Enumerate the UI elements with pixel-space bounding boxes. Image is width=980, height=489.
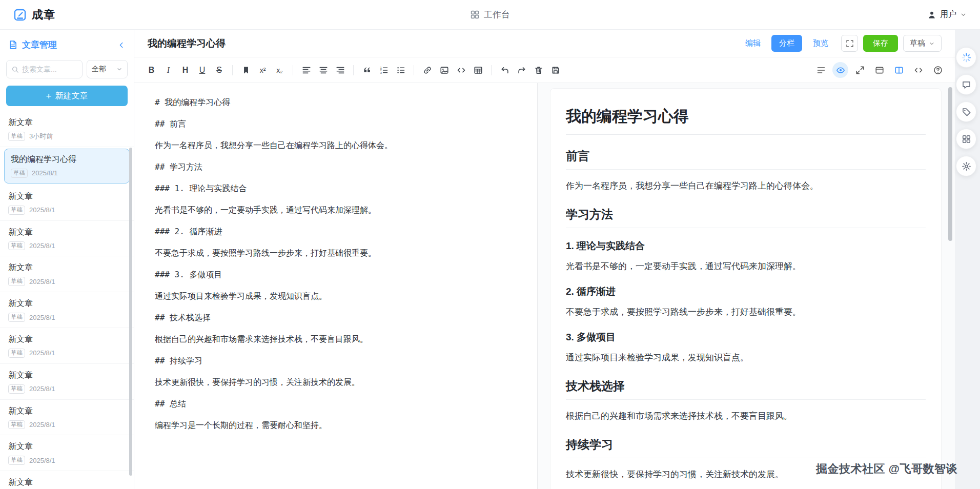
list-item[interactable]: 新文章草稿2025/8/1 [0, 292, 134, 328]
align-left-button[interactable] [298, 62, 314, 78]
heading-button[interactable]: H [177, 62, 193, 78]
gear-icon [962, 161, 971, 171]
user-menu[interactable]: 用户 [927, 9, 967, 20]
workbench-link[interactable]: 工作台 [470, 9, 510, 21]
subscript-button[interactable]: x₂ [272, 62, 288, 78]
link-button[interactable] [419, 62, 435, 78]
markdown-line[interactable]: ## 持续学习 [155, 356, 519, 365]
outline-button[interactable] [813, 62, 829, 78]
expand-arrows-button[interactable] [852, 62, 868, 78]
filter-select[interactable]: 全部 [87, 60, 128, 78]
markdown-line[interactable]: ### 2. 循序渐进 [155, 227, 519, 236]
sidebar-scrollbar[interactable] [129, 148, 132, 476]
trash-button[interactable] [530, 62, 546, 78]
status-badge: 草稿 [8, 313, 25, 322]
image-button[interactable] [436, 62, 452, 78]
unordered-list-button[interactable] [393, 62, 409, 78]
article-meta: 草稿2025/8/1 [8, 456, 126, 465]
user-icon [927, 10, 936, 19]
ordered-list-button[interactable]: 123 [376, 62, 392, 78]
document-icon [8, 40, 18, 50]
superscript-button[interactable]: x² [255, 62, 271, 78]
underline-button[interactable]: U [194, 62, 210, 78]
bookmark-button[interactable] [238, 62, 254, 78]
markdown-line[interactable]: 不要急于求成，要按照学习路线一步步来，打好基础很重要。 [155, 248, 519, 258]
markdown-line[interactable]: ## 学习方法 [155, 162, 519, 172]
save-file-button[interactable] [547, 62, 563, 78]
comment-button[interactable] [956, 74, 976, 95]
fullscreen-button[interactable] [841, 35, 858, 52]
markdown-line[interactable]: 作为一名程序员，我想分享一些自己在编程学习路上的心得体会。 [155, 140, 519, 150]
markdown-line[interactable]: 通过实际项目来检验学习成果，发现知识盲点。 [155, 291, 519, 301]
list-item[interactable]: 新文章草稿2025/8/1 [0, 221, 134, 257]
mode-edit-button[interactable]: 编辑 [738, 35, 768, 52]
tag-button[interactable] [956, 101, 976, 122]
markdown-line[interactable]: ## 前言 [155, 119, 519, 129]
align-center-button[interactable] [315, 62, 331, 78]
article-title: 新文章 [8, 227, 126, 238]
article-title: 新文章 [8, 370, 126, 381]
document-actions: 编辑分栏预览 保存 草稿 [738, 35, 942, 52]
preview-scrollbar[interactable] [948, 87, 952, 241]
save-file-icon [551, 66, 560, 75]
layout-columns-button[interactable] [891, 62, 907, 78]
mode-preview-button[interactable]: 预览 [805, 35, 836, 52]
quote-button[interactable] [359, 62, 375, 78]
logo-icon [13, 8, 27, 22]
align-left-icon [302, 66, 311, 75]
chevron-left-icon [117, 41, 126, 49]
redo-button[interactable] [514, 62, 529, 78]
markdown-line[interactable]: ### 1. 理论与实践结合 [155, 184, 519, 193]
apps-button[interactable] [956, 129, 976, 149]
layout-single-icon [875, 66, 884, 75]
status-badge: 草稿 [8, 456, 25, 465]
save-button[interactable]: 保存 [863, 35, 898, 52]
editor-panel: 我的编程学习心得 编辑分栏预览 保存 草稿 BIHUSx² [134, 30, 955, 489]
table-button[interactable] [470, 62, 486, 78]
new-article-button[interactable]: + 新建文章 [6, 86, 128, 106]
list-item[interactable]: 新文章草稿2025/8/1 [0, 435, 134, 471]
list-item[interactable]: 新文章草稿2025/8/1 [0, 471, 134, 489]
markdown-line[interactable]: 编程学习是一个长期的过程，需要耐心和坚持。 [155, 420, 519, 430]
draft-status-button[interactable]: 草稿 [903, 35, 942, 52]
markdown-editor-pane[interactable]: # 我的编程学习心得## 前言作为一名程序员，我想分享一些自己在编程学习路上的心… [134, 83, 538, 489]
markdown-line[interactable]: ### 3. 多做项目 [155, 270, 519, 279]
markdown-line[interactable]: 光看书是不够的，一定要动手实践，通过写代码来加深理解。 [155, 205, 519, 215]
mode-split-button[interactable]: 分栏 [771, 35, 802, 52]
list-item[interactable]: 新文章草稿2025/8/1 [0, 400, 134, 436]
svg-text:3: 3 [380, 71, 381, 74]
list-item[interactable]: 新文章草稿2025/8/1 [0, 185, 134, 221]
source-code-button[interactable] [910, 62, 926, 78]
markdown-line[interactable]: ## 总结 [155, 399, 519, 409]
bold-button[interactable]: B [144, 62, 159, 78]
article-date: 2025/8/1 [32, 169, 58, 177]
preview-p: 通过实际项目来检验学习成果，发现知识盲点。 [566, 351, 926, 365]
spinner-button[interactable] [956, 47, 976, 68]
markdown-line[interactable]: # 我的编程学习心得 [155, 97, 519, 107]
code-button[interactable] [453, 62, 469, 78]
undo-button[interactable] [497, 62, 513, 78]
preview-p: 作为一名程序员，我想分享一些自己在编程学习路上的心得体会。 [566, 179, 926, 193]
list-item[interactable]: 我的编程学习心得草稿2025/8/1 [4, 149, 130, 184]
eye-button[interactable] [832, 62, 848, 78]
list-item[interactable]: 新文章草稿3小时前 [0, 111, 134, 147]
app-root: 成章 工作台 用户 文章管理 [0, 0, 980, 489]
list-item[interactable]: 新文章草稿2025/8/1 [0, 328, 134, 364]
markdown-line[interactable]: ## 技术栈选择 [155, 313, 519, 322]
article-meta: 草稿3小时前 [8, 132, 126, 141]
list-item[interactable]: 新文章草稿2025/8/1 [0, 256, 134, 292]
gear-button[interactable] [956, 156, 976, 176]
align-right-button[interactable] [332, 62, 348, 78]
list-item[interactable]: 新文章草稿2025/8/1 [0, 364, 134, 400]
search-input[interactable] [22, 65, 77, 73]
strikethrough-button[interactable]: S [211, 62, 227, 78]
status-badge: 草稿 [8, 132, 25, 141]
help-button[interactable] [930, 62, 946, 78]
markdown-line[interactable]: 根据自己的兴趣和市场需求来选择技术栈，不要盲目跟风。 [155, 334, 519, 344]
markdown-line[interactable]: 技术更新很快，要保持学习的习惯，关注新技术的发展。 [155, 377, 519, 387]
collapse-sidebar-button[interactable] [117, 41, 126, 49]
workbench-icon [470, 10, 480, 19]
italic-button[interactable]: I [160, 62, 176, 78]
layout-single-button[interactable] [871, 62, 887, 78]
article-date: 2025/8/1 [29, 349, 55, 357]
